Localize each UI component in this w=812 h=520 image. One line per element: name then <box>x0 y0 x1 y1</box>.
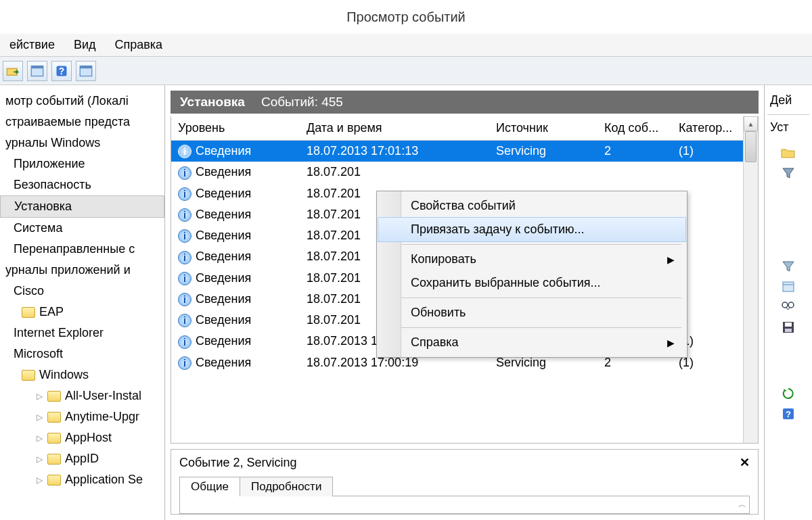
context-menu-item[interactable]: Свойства событий <box>378 194 685 218</box>
tree-node[interactable]: Система <box>0 218 164 239</box>
context-menu[interactable]: Свойства событийПривязать задачу к событ… <box>376 191 687 358</box>
menu-bar: ействие Вид Справка <box>0 34 812 57</box>
info-icon: i <box>178 272 191 285</box>
toolbar-help-button[interactable]: ? <box>51 61 72 81</box>
menu-help[interactable]: Справка <box>106 35 173 55</box>
column-header[interactable]: Уровень <box>171 116 300 141</box>
info-icon: i <box>178 229 191 243</box>
info-icon: i <box>178 208 191 222</box>
tree-node[interactable]: Установка <box>0 195 164 218</box>
tree-node[interactable]: ▷Anytime-Upgr <box>0 406 164 427</box>
scroll-up-icon[interactable]: ︿ <box>738 499 746 511</box>
save-icon[interactable] <box>780 320 796 335</box>
tree-node-label: Безопасность <box>14 178 91 192</box>
list-header-title: Установка <box>180 95 245 110</box>
table-row[interactable]: iСведения18.07.201 <box>171 162 758 183</box>
menu-separator <box>382 298 681 298</box>
folder-icon <box>47 412 61 423</box>
folder-icon <box>47 391 61 402</box>
tree-node[interactable]: Internet Explorer <box>0 323 164 344</box>
tab-details[interactable]: Подробности <box>240 477 334 496</box>
tree-node-label: Перенаправленные с <box>14 242 135 256</box>
scrollbar[interactable]: ▲ <box>743 116 758 443</box>
panel-icon <box>79 64 93 78</box>
tree-node-label: Cisco <box>14 284 44 298</box>
folder-icon <box>22 370 35 381</box>
context-menu-item[interactable]: Справка▶ <box>378 331 685 354</box>
context-menu-item[interactable]: Привязать задачу к событию... <box>378 218 685 241</box>
tree-node[interactable]: ▷AppHost <box>0 427 164 448</box>
tab-general[interactable]: Общие <box>179 477 240 496</box>
tree-node[interactable]: Cisco <box>0 281 164 302</box>
expander-icon[interactable]: ▷ <box>37 433 43 443</box>
tree-node-label: Microsoft <box>14 347 63 361</box>
folder-icon <box>47 433 61 444</box>
details-body: ︿ <box>179 496 750 514</box>
info-icon: i <box>178 166 191 180</box>
toolbar-back-button[interactable] <box>3 61 23 81</box>
menu-view[interactable]: Вид <box>64 35 106 55</box>
close-details-button[interactable]: ✕ <box>740 455 750 470</box>
expander-icon[interactable]: ▷ <box>37 475 43 485</box>
info-icon: i <box>178 314 191 327</box>
tree-node[interactable]: Microsoft <box>0 344 164 364</box>
tree-node[interactable]: ▷AppID <box>0 448 164 469</box>
actions-pane: Дей Уст ? <box>765 85 812 520</box>
tree-node[interactable]: мотр событий (Локалі <box>0 91 164 112</box>
column-header[interactable]: Источник <box>489 116 597 141</box>
tree-node[interactable]: ▷Application Se <box>0 469 164 490</box>
tree-node[interactable]: Безопасность <box>0 174 164 195</box>
expander-icon[interactable]: ▷ <box>37 412 43 422</box>
tree-node[interactable]: Приложение <box>0 153 164 174</box>
svg-rect-6 <box>80 66 92 68</box>
svg-rect-2 <box>31 66 43 68</box>
tree-node[interactable]: EAP <box>0 302 164 323</box>
toolbar-panel-button[interactable] <box>27 61 47 81</box>
window-title: Просмотр событий <box>346 9 466 25</box>
column-header[interactable]: Код соб... <box>597 116 672 141</box>
tree-node[interactable]: урналы приложений и <box>0 260 164 281</box>
details-pane: Событие 2, Servicing ✕ Общие Подробности… <box>171 449 759 515</box>
tree-node[interactable]: ▷All-User-Instal <box>0 385 164 406</box>
svg-rect-7 <box>783 282 794 291</box>
funnel-icon[interactable] <box>780 259 796 274</box>
expander-icon[interactable]: ▷ <box>37 392 43 401</box>
info-icon: i <box>178 335 191 349</box>
scroll-thumb[interactable] <box>745 131 757 162</box>
tree-node-label: Windows <box>39 368 89 382</box>
expander-icon[interactable]: ▷ <box>37 454 43 464</box>
scroll-up-icon[interactable]: ▲ <box>744 116 758 131</box>
tree-pane[interactable]: мотр событий (Локалістраиваемые предстау… <box>0 85 165 520</box>
title-bar: Просмотр событий <box>0 0 812 34</box>
actions-subheader: Уст <box>767 115 809 140</box>
context-menu-item[interactable]: Копировать▶ <box>378 247 685 271</box>
context-menu-item[interactable]: Обновить <box>378 301 685 325</box>
toolbar-panel2-button[interactable] <box>76 61 96 81</box>
folder-icon <box>47 475 61 486</box>
column-header[interactable]: Дата и время <box>300 116 489 141</box>
menu-separator <box>382 327 681 328</box>
info-icon: i <box>178 145 191 158</box>
tree-node-label: EAP <box>39 305 64 319</box>
tree-node-label: Система <box>14 221 63 235</box>
svg-text:?: ? <box>59 66 64 76</box>
tree-node-label: Internet Explorer <box>14 326 104 340</box>
properties-icon[interactable] <box>780 279 796 294</box>
tree-node-label: AppID <box>65 452 99 466</box>
table-row[interactable]: iСведения18.07.2013 17:01:13Servicing2(1… <box>171 141 758 162</box>
open-log-icon[interactable] <box>780 145 796 160</box>
tree-node[interactable]: урналы Windows <box>0 133 164 153</box>
tree-node-label: All-User-Instal <box>65 389 141 403</box>
folder-icon <box>22 307 35 318</box>
tree-node[interactable]: Перенаправленные с <box>0 239 164 260</box>
context-menu-item[interactable]: Сохранить выбранные события... <box>378 271 685 295</box>
tree-node[interactable]: Windows <box>0 364 164 385</box>
tree-node[interactable]: страиваемые предста <box>0 112 164 133</box>
find-icon[interactable] <box>780 300 796 314</box>
menu-action[interactable]: ействие <box>0 35 64 55</box>
panel-icon <box>30 64 44 78</box>
refresh-icon[interactable] <box>780 386 796 401</box>
tree-node-label: Установка <box>14 199 72 214</box>
filter-icon[interactable] <box>780 166 796 181</box>
help-icon[interactable]: ? <box>780 406 796 421</box>
